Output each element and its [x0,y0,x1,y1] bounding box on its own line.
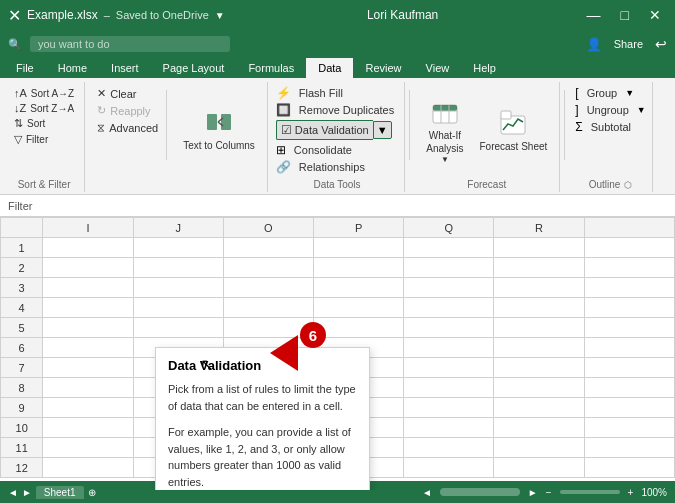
search-input[interactable] [30,36,230,52]
custom-sort-btn[interactable]: ⇅ Sort [10,116,78,131]
sheet-nav-right[interactable]: ► [22,487,32,498]
grid-cell[interactable] [314,278,404,298]
restore-btn[interactable]: □ [615,5,635,25]
consolidate-btn[interactable]: Consolidate [290,143,356,157]
tab-data[interactable]: Data [306,58,353,78]
tab-view[interactable]: View [414,58,462,78]
grid-cell[interactable] [43,278,133,298]
filter-btn[interactable]: ▽ Filter [10,132,78,147]
tab-review[interactable]: Review [353,58,413,78]
what-if-analysis-btn[interactable]: What-IfAnalysis ▼ [420,95,469,166]
ungroup-btn[interactable]: Ungroup [583,103,633,117]
grid-cell[interactable] [133,258,223,278]
grid-cell[interactable] [494,258,584,278]
sort-ascending-btn[interactable]: ↑A Sort A→Z [10,86,78,100]
grid-cell[interactable] [494,358,584,378]
grid-cell[interactable] [584,418,674,438]
grid-cell[interactable] [584,298,674,318]
grid-cell[interactable] [404,298,494,318]
grid-cell[interactable] [133,278,223,298]
grid-cell[interactable] [584,438,674,458]
grid-cell[interactable] [314,258,404,278]
grid-cell[interactable] [223,298,313,318]
undo-icon[interactable]: ↩ [655,36,667,52]
remove-duplicates-btn[interactable]: Remove Duplicates [295,103,398,117]
grid-cell[interactable] [584,258,674,278]
grid-cell[interactable] [314,238,404,258]
tab-page-layout[interactable]: Page Layout [151,58,237,78]
grid-cell[interactable] [584,398,674,418]
grid-cell[interactable] [43,398,133,418]
tab-formulas[interactable]: Formulas [236,58,306,78]
grid-cell[interactable] [584,278,674,298]
tab-insert[interactable]: Insert [99,58,151,78]
tab-file[interactable]: File [4,58,46,78]
grid-cell[interactable] [43,458,133,478]
grid-cell[interactable] [404,358,494,378]
grid-cell[interactable] [43,438,133,458]
grid-cell[interactable] [494,418,584,438]
grid-cell[interactable] [584,378,674,398]
share-btn[interactable]: Share [614,38,643,50]
group-btn[interactable]: Group [583,86,622,100]
grid-cell[interactable] [584,318,674,338]
grid-cell[interactable] [133,238,223,258]
grid-cell[interactable] [223,238,313,258]
grid-cell[interactable] [404,378,494,398]
data-validation-dropdown[interactable]: ▼ [373,121,392,139]
grid-cell[interactable] [404,278,494,298]
relationships-btn[interactable]: Relationships [295,160,369,174]
scroll-bar-h[interactable] [440,488,520,496]
scroll-right-btn[interactable]: ► [528,487,538,498]
grid-cell[interactable] [43,338,133,358]
grid-cell[interactable] [404,258,494,278]
data-validation-btn[interactable]: ☑ Data Validation [276,120,373,140]
flash-fill-btn[interactable]: Flash Fill [295,86,347,100]
scroll-left-btn[interactable]: ◄ [422,487,432,498]
grid-cell[interactable] [404,338,494,358]
grid-cell[interactable] [404,238,494,258]
grid-cell[interactable] [584,338,674,358]
sheet-nav-left[interactable]: ◄ [8,487,18,498]
grid-cell[interactable] [494,238,584,258]
grid-cell[interactable] [223,278,313,298]
grid-cell[interactable] [404,318,494,338]
grid-cell[interactable] [314,298,404,318]
grid-cell[interactable] [133,298,223,318]
grid-cell[interactable] [494,278,584,298]
grid-cell[interactable] [404,398,494,418]
grid-cell[interactable] [494,378,584,398]
grid-cell[interactable] [494,458,584,478]
outline-expand-icon[interactable]: ⬡ [624,180,632,190]
grid-cell[interactable] [494,338,584,358]
close-btn[interactable]: ✕ [643,5,667,25]
grid-cell[interactable] [584,358,674,378]
grid-cell[interactable] [584,238,674,258]
grid-cell[interactable] [43,298,133,318]
dropdown-arrow[interactable]: ▼ [215,10,225,21]
grid-cell[interactable] [43,378,133,398]
subtotal-btn[interactable]: Subtotal [587,120,635,134]
sort-descending-btn[interactable]: ↓Z Sort Z→A [10,101,78,115]
add-sheet-btn[interactable]: ⊕ [88,487,96,498]
reapply-btn[interactable]: ↻ Reapply [93,103,162,118]
grid-cell[interactable] [133,318,223,338]
tab-help[interactable]: Help [461,58,508,78]
sheet-tab-1[interactable]: Sheet1 [36,486,84,499]
zoom-out-btn[interactable]: − [546,487,552,498]
grid-cell[interactable] [404,458,494,478]
advanced-btn[interactable]: ⧖ Advanced [93,120,162,135]
grid-cell[interactable] [584,458,674,478]
grid-cell[interactable] [494,438,584,458]
grid-cell[interactable] [43,238,133,258]
clear-btn[interactable]: ✕ Clear [93,86,162,101]
grid-cell[interactable] [314,318,404,338]
grid-cell[interactable] [404,418,494,438]
grid-cell[interactable] [43,258,133,278]
grid-cell[interactable] [494,318,584,338]
grid-cell[interactable] [43,318,133,338]
text-to-columns-btn[interactable]: Text to Columns [177,108,261,153]
forecast-sheet-btn[interactable]: Forecast Sheet [473,106,553,155]
tab-home[interactable]: Home [46,58,99,78]
grid-cell[interactable] [494,298,584,318]
